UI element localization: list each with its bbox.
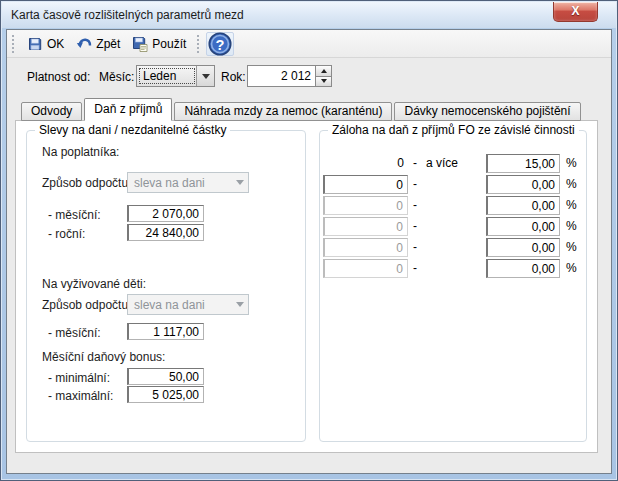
undo-button[interactable]: Zpět: [71, 33, 127, 55]
method-select-arrow: [231, 173, 248, 192]
percent-label: %: [566, 198, 577, 212]
chevron-down-icon: [202, 74, 210, 79]
validity-label: Platnost od:: [27, 70, 90, 84]
method-select-value: sleva na dani: [128, 176, 231, 190]
group-slevy-na-dani: Slevy na dani / nezdanitelné částky Na p…: [26, 130, 306, 442]
yearly-label: - roční:: [48, 227, 85, 241]
arrow-up-icon: [321, 69, 327, 73]
chevron-down-icon: [236, 302, 244, 307]
client-area: OK Zpět Použít: [6, 29, 612, 474]
band-rate-input[interactable]: 0,00: [486, 196, 560, 215]
band-suffix: a více: [426, 156, 458, 170]
spin-up-button[interactable]: [315, 65, 332, 77]
band-from-input[interactable]: 0: [323, 196, 408, 215]
percent-label: %: [566, 219, 577, 233]
tax-band-row: 0 - 0,00 %: [320, 175, 586, 194]
method2-label: Způsob odpočtu:: [42, 298, 131, 312]
month-select-arrow[interactable]: [196, 66, 214, 86]
band-rate-input[interactable]: 15,00: [486, 154, 560, 173]
band-from-value: 0: [323, 154, 408, 173]
band-dash: -: [413, 177, 417, 191]
chevron-down-icon: [236, 180, 244, 185]
method-label: Způsob odpočtu:: [42, 176, 131, 190]
year-spinner: [315, 65, 332, 87]
dialog-window: Karta časově rozlišitelných parametrů me…: [0, 0, 618, 481]
year-label: Rok:: [221, 70, 246, 84]
band-dash: -: [413, 219, 417, 233]
band-from-input[interactable]: 0: [323, 238, 408, 257]
toolbar: OK Zpět Použít: [7, 30, 611, 58]
tab-strip: Odvody Daň z příjmů Náhrada mzdy za nemo…: [21, 98, 583, 121]
apply-button[interactable]: Použít: [127, 33, 193, 55]
percent-label: %: [566, 177, 577, 191]
spin-down-button[interactable]: [315, 77, 332, 88]
ok-button[interactable]: OK: [22, 33, 71, 55]
monthly-input[interactable]: 2 070,00: [127, 205, 204, 222]
toolbar-grip[interactable]: [12, 35, 17, 53]
window-title: Karta časově rozlišitelných parametrů me…: [11, 8, 244, 22]
method-select[interactable]: sleva na dani: [127, 172, 249, 193]
percent-label: %: [566, 156, 577, 170]
method2-select-value: sleva na dani: [128, 298, 231, 312]
band-from-input[interactable]: 0: [323, 217, 408, 236]
band-rate-input[interactable]: 0,00: [486, 259, 560, 278]
taxpayer-heading: Na poplatníka:: [42, 145, 119, 159]
min-label: - minimální:: [48, 371, 110, 385]
title-bar: Karta časově rozlišitelných parametrů me…: [2, 2, 616, 28]
band-dash: -: [413, 240, 417, 254]
yearly-input[interactable]: 24 840,00: [127, 224, 204, 241]
tax-band-row: 0 - 0,00 %: [320, 217, 586, 236]
save-icon: [27, 36, 43, 52]
help-button[interactable]: ?: [206, 32, 234, 56]
tab-odvody[interactable]: Odvody: [21, 102, 82, 121]
monthly-label: - měsíční:: [48, 208, 101, 222]
undo-button-label: Zpět: [96, 37, 120, 51]
band-rate-input[interactable]: 0,00: [486, 217, 560, 236]
min-input[interactable]: 50,00: [127, 368, 204, 385]
tax-band-row: 0 - 0,00 %: [320, 196, 586, 215]
tab-nahrada-mzdy[interactable]: Náhrada mzdy za nemoc (karanténu): [174, 102, 392, 121]
help-icon: ?: [207, 31, 233, 57]
undo-icon: [76, 36, 92, 52]
children-heading: Na vyživované děti:: [42, 277, 146, 291]
month-label: Měsíc:: [99, 70, 134, 84]
save-apply-icon: [132, 36, 148, 52]
year-input[interactable]: 2 012: [247, 65, 316, 87]
focus-rect: [139, 68, 195, 84]
band-rate-input[interactable]: 0,00: [486, 175, 560, 194]
bonus-heading: Měsíční daňový bonus:: [42, 350, 165, 364]
max-input[interactable]: 5 025,00: [127, 386, 204, 403]
percent-label: %: [566, 240, 577, 254]
tab-davky-pojisteni[interactable]: Dávky nemocenského pojištění: [394, 102, 580, 121]
close-button[interactable]: X: [553, 2, 598, 22]
percent-label: %: [566, 261, 577, 275]
band-dash: -: [413, 156, 417, 170]
tax-band-row: 0 - 0,00 %: [320, 238, 586, 257]
toolbar-separator: [197, 35, 202, 53]
band-from-input[interactable]: 0: [323, 259, 408, 278]
max-label: - maximální:: [48, 389, 113, 403]
svg-text:?: ?: [216, 36, 225, 52]
band-dash: -: [413, 198, 417, 212]
group-title: Záloha na daň z příjmů FO ze závislé čin…: [328, 123, 579, 137]
band-dash: -: [413, 261, 417, 275]
arrow-down-icon: [321, 79, 327, 83]
monthly2-input[interactable]: 1 117,00: [127, 323, 204, 340]
month-select[interactable]: Leden: [136, 65, 215, 87]
group-zaloha-na-dan: Záloha na daň z příjmů FO ze závislé čin…: [319, 130, 587, 442]
method2-select[interactable]: sleva na dani: [127, 294, 249, 315]
apply-button-label: Použít: [152, 37, 186, 51]
tab-page: Slevy na dani / nezdanitelné částky Na p…: [15, 120, 598, 453]
method2-select-arrow: [231, 295, 248, 314]
tax-band-row: 0 - a více 15,00 %: [320, 154, 586, 173]
ok-button-label: OK: [47, 37, 64, 51]
close-icon: X: [571, 4, 579, 18]
tab-dan-z-prijmu[interactable]: Daň z příjmů: [84, 98, 172, 121]
band-rate-input[interactable]: 0,00: [486, 238, 560, 257]
group-title: Slevy na dani / nezdanitelné částky: [35, 123, 230, 137]
tax-band-row: 0 - 0,00 %: [320, 259, 586, 278]
monthly2-label: - měsíční:: [48, 326, 101, 340]
band-from-input[interactable]: 0: [323, 175, 408, 194]
